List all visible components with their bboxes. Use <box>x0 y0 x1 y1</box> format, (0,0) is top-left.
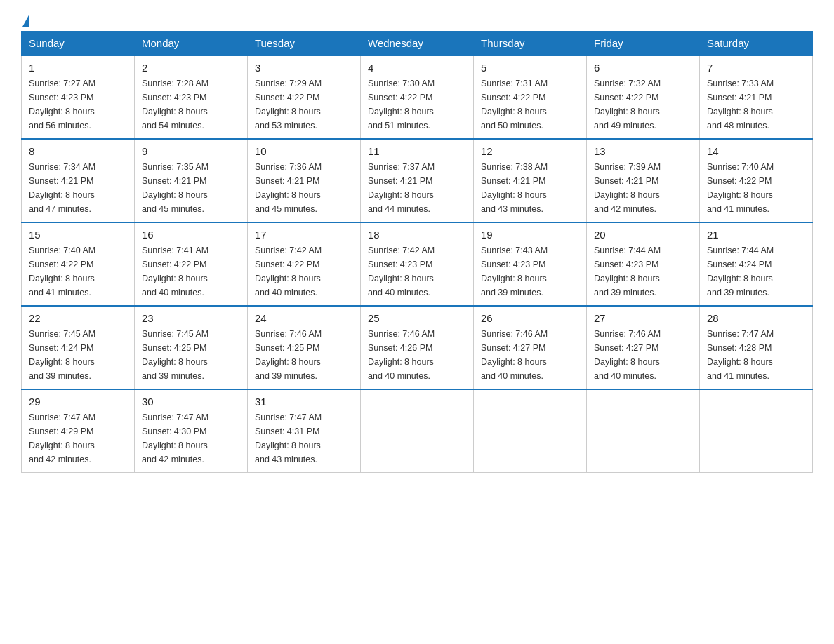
day-of-week-header: Friday <box>587 32 700 56</box>
calendar-week-row: 29Sunrise: 7:47 AMSunset: 4:29 PMDayligh… <box>22 389 813 473</box>
calendar-week-row: 8Sunrise: 7:34 AMSunset: 4:21 PMDaylight… <box>22 139 813 222</box>
day-number: 29 <box>29 396 127 408</box>
day-info: Sunrise: 7:47 AMSunset: 4:30 PMDaylight:… <box>142 410 240 467</box>
day-number: 14 <box>707 145 805 157</box>
page-header <box>21 14 813 24</box>
day-info: Sunrise: 7:37 AMSunset: 4:21 PMDaylight:… <box>368 160 466 216</box>
day-info: Sunrise: 7:47 AMSunset: 4:29 PMDaylight:… <box>29 410 127 467</box>
day-of-week-header: Monday <box>135 32 248 56</box>
calendar-cell: 28Sunrise: 7:47 AMSunset: 4:28 PMDayligh… <box>700 306 813 389</box>
calendar-cell: 18Sunrise: 7:42 AMSunset: 4:23 PMDayligh… <box>361 222 474 306</box>
day-of-week-header: Thursday <box>474 32 587 56</box>
day-number: 6 <box>594 62 692 74</box>
day-number: 30 <box>142 396 240 408</box>
day-number: 3 <box>255 62 353 74</box>
calendar-cell: 24Sunrise: 7:46 AMSunset: 4:25 PMDayligh… <box>248 306 361 389</box>
day-number: 8 <box>29 145 127 157</box>
day-number: 18 <box>368 229 466 241</box>
calendar-cell: 22Sunrise: 7:45 AMSunset: 4:24 PMDayligh… <box>22 306 135 389</box>
logo-triangle-icon <box>22 14 29 27</box>
day-number: 19 <box>481 229 579 241</box>
day-number: 22 <box>29 312 127 324</box>
calendar-cell <box>361 389 474 473</box>
day-info: Sunrise: 7:42 AMSunset: 4:22 PMDaylight:… <box>255 243 353 300</box>
day-info: Sunrise: 7:38 AMSunset: 4:21 PMDaylight:… <box>481 160 579 216</box>
calendar-cell: 30Sunrise: 7:47 AMSunset: 4:30 PMDayligh… <box>135 389 248 473</box>
calendar-cell: 4Sunrise: 7:30 AMSunset: 4:22 PMDaylight… <box>361 55 474 139</box>
day-number: 7 <box>707 62 805 74</box>
day-number: 16 <box>142 229 240 241</box>
day-number: 13 <box>594 145 692 157</box>
day-number: 23 <box>142 312 240 324</box>
day-number: 9 <box>142 145 240 157</box>
calendar-week-row: 22Sunrise: 7:45 AMSunset: 4:24 PMDayligh… <box>22 306 813 389</box>
day-number: 12 <box>481 145 579 157</box>
day-info: Sunrise: 7:46 AMSunset: 4:26 PMDaylight:… <box>368 327 466 383</box>
day-info: Sunrise: 7:39 AMSunset: 4:21 PMDaylight:… <box>594 160 692 216</box>
day-info: Sunrise: 7:40 AMSunset: 4:22 PMDaylight:… <box>29 243 127 300</box>
calendar-cell: 12Sunrise: 7:38 AMSunset: 4:21 PMDayligh… <box>474 139 587 222</box>
day-of-week-header: Tuesday <box>248 32 361 56</box>
calendar-cell: 21Sunrise: 7:44 AMSunset: 4:24 PMDayligh… <box>700 222 813 306</box>
day-number: 2 <box>142 62 240 74</box>
calendar-table: SundayMondayTuesdayWednesdayThursdayFrid… <box>21 31 813 473</box>
calendar-cell: 11Sunrise: 7:37 AMSunset: 4:21 PMDayligh… <box>361 139 474 222</box>
day-info: Sunrise: 7:42 AMSunset: 4:23 PMDaylight:… <box>368 243 466 300</box>
calendar-cell: 5Sunrise: 7:31 AMSunset: 4:22 PMDaylight… <box>474 55 587 139</box>
calendar-cell <box>474 389 587 473</box>
day-info: Sunrise: 7:44 AMSunset: 4:23 PMDaylight:… <box>594 243 692 300</box>
day-info: Sunrise: 7:30 AMSunset: 4:22 PMDaylight:… <box>368 76 466 133</box>
calendar-cell <box>587 389 700 473</box>
calendar-cell <box>700 389 813 473</box>
day-info: Sunrise: 7:47 AMSunset: 4:31 PMDaylight:… <box>255 410 353 467</box>
calendar-cell: 13Sunrise: 7:39 AMSunset: 4:21 PMDayligh… <box>587 139 700 222</box>
day-number: 27 <box>594 312 692 324</box>
day-info: Sunrise: 7:46 AMSunset: 4:27 PMDaylight:… <box>481 327 579 383</box>
day-number: 21 <box>707 229 805 241</box>
day-info: Sunrise: 7:46 AMSunset: 4:25 PMDaylight:… <box>255 327 353 383</box>
calendar-cell: 31Sunrise: 7:47 AMSunset: 4:31 PMDayligh… <box>248 389 361 473</box>
calendar-cell: 10Sunrise: 7:36 AMSunset: 4:21 PMDayligh… <box>248 139 361 222</box>
day-info: Sunrise: 7:27 AMSunset: 4:23 PMDaylight:… <box>29 76 127 133</box>
day-number: 4 <box>368 62 466 74</box>
day-info: Sunrise: 7:28 AMSunset: 4:23 PMDaylight:… <box>142 76 240 133</box>
calendar-cell: 19Sunrise: 7:43 AMSunset: 4:23 PMDayligh… <box>474 222 587 306</box>
calendar-cell: 2Sunrise: 7:28 AMSunset: 4:23 PMDaylight… <box>135 55 248 139</box>
calendar-cell: 1Sunrise: 7:27 AMSunset: 4:23 PMDaylight… <box>22 55 135 139</box>
day-info: Sunrise: 7:46 AMSunset: 4:27 PMDaylight:… <box>594 327 692 383</box>
calendar-cell: 3Sunrise: 7:29 AMSunset: 4:22 PMDaylight… <box>248 55 361 139</box>
calendar-cell: 8Sunrise: 7:34 AMSunset: 4:21 PMDaylight… <box>22 139 135 222</box>
calendar-cell: 27Sunrise: 7:46 AMSunset: 4:27 PMDayligh… <box>587 306 700 389</box>
day-of-week-header: Sunday <box>22 32 135 56</box>
calendar-cell: 26Sunrise: 7:46 AMSunset: 4:27 PMDayligh… <box>474 306 587 389</box>
day-number: 10 <box>255 145 353 157</box>
day-info: Sunrise: 7:36 AMSunset: 4:21 PMDaylight:… <box>255 160 353 216</box>
day-number: 1 <box>29 62 127 74</box>
calendar-cell: 23Sunrise: 7:45 AMSunset: 4:25 PMDayligh… <box>135 306 248 389</box>
day-number: 15 <box>29 229 127 241</box>
day-info: Sunrise: 7:40 AMSunset: 4:22 PMDaylight:… <box>707 160 805 216</box>
calendar-cell: 20Sunrise: 7:44 AMSunset: 4:23 PMDayligh… <box>587 222 700 306</box>
day-info: Sunrise: 7:29 AMSunset: 4:22 PMDaylight:… <box>255 76 353 133</box>
day-info: Sunrise: 7:45 AMSunset: 4:24 PMDaylight:… <box>29 327 127 383</box>
day-number: 31 <box>255 396 353 408</box>
day-info: Sunrise: 7:44 AMSunset: 4:24 PMDaylight:… <box>707 243 805 300</box>
calendar-cell: 29Sunrise: 7:47 AMSunset: 4:29 PMDayligh… <box>22 389 135 473</box>
logo <box>21 14 31 24</box>
calendar-week-row: 1Sunrise: 7:27 AMSunset: 4:23 PMDaylight… <box>22 55 813 139</box>
calendar-cell: 6Sunrise: 7:32 AMSunset: 4:22 PMDaylight… <box>587 55 700 139</box>
day-number: 20 <box>594 229 692 241</box>
day-info: Sunrise: 7:33 AMSunset: 4:21 PMDaylight:… <box>707 76 805 133</box>
day-number: 17 <box>255 229 353 241</box>
day-number: 28 <box>707 312 805 324</box>
calendar-cell: 16Sunrise: 7:41 AMSunset: 4:22 PMDayligh… <box>135 222 248 306</box>
day-of-week-header: Wednesday <box>361 32 474 56</box>
day-of-week-header: Saturday <box>700 32 813 56</box>
day-info: Sunrise: 7:32 AMSunset: 4:22 PMDaylight:… <box>594 76 692 133</box>
day-info: Sunrise: 7:35 AMSunset: 4:21 PMDaylight:… <box>142 160 240 216</box>
calendar-cell: 25Sunrise: 7:46 AMSunset: 4:26 PMDayligh… <box>361 306 474 389</box>
day-info: Sunrise: 7:41 AMSunset: 4:22 PMDaylight:… <box>142 243 240 300</box>
calendar-cell: 15Sunrise: 7:40 AMSunset: 4:22 PMDayligh… <box>22 222 135 306</box>
calendar-cell: 17Sunrise: 7:42 AMSunset: 4:22 PMDayligh… <box>248 222 361 306</box>
day-number: 11 <box>368 145 466 157</box>
